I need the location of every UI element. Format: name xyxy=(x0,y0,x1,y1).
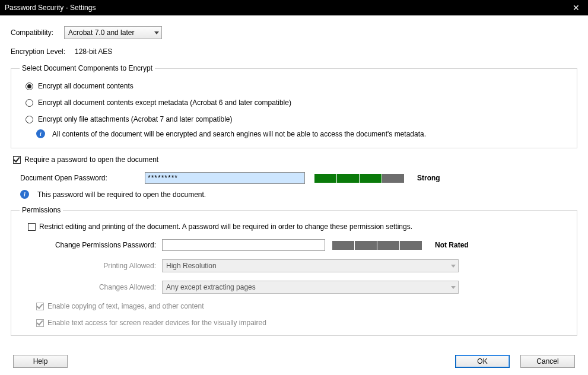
printing-label: Printing Allowed: xyxy=(43,262,162,270)
copy-row: Enable copying of text, images, and othe… xyxy=(36,302,568,310)
info-icon: i xyxy=(20,190,29,199)
access-checkbox xyxy=(36,319,44,327)
require-open-row: Require a password to open the document xyxy=(13,155,577,164)
chevron-down-icon xyxy=(451,286,456,289)
open-password-meter xyxy=(314,174,404,183)
changes-row: Changes Allowed: Any except extracting p… xyxy=(43,281,568,294)
encrypt-opt1-label: Encrypt all document contents xyxy=(38,82,134,90)
meter-seg xyxy=(382,174,404,183)
open-password-label: Document Open Password: xyxy=(20,174,145,182)
footer-right: OK Cancel xyxy=(455,355,575,368)
changes-value: Any except extracting pages xyxy=(166,283,256,291)
change-pw-input[interactable] xyxy=(162,239,325,251)
encrypt-group: Select Document Components to Encrypt En… xyxy=(11,64,577,148)
restrict-checkbox[interactable] xyxy=(28,223,36,231)
chevron-down-icon xyxy=(451,265,456,268)
encrypt-opt3-radio[interactable] xyxy=(26,116,33,123)
meter-seg xyxy=(337,174,359,183)
open-password-input[interactable] xyxy=(145,172,305,184)
printing-row: Printing Allowed: High Resolution xyxy=(43,259,568,272)
ok-button[interactable]: OK xyxy=(455,355,510,368)
meter-seg xyxy=(314,174,336,183)
open-password-info-text: This password will be required to open t… xyxy=(37,190,206,199)
access-label: Enable text access for screen reader dev… xyxy=(47,319,266,327)
compatibility-label: Compatibility: xyxy=(11,28,64,37)
encrypt-legend: Select Document Components to Encrypt xyxy=(20,64,155,72)
encrypt-opt3-label: Encrypt only file attachments (Acrobat 7… xyxy=(38,115,233,123)
dialog-body: Compatibility: Acrobat 7.0 and later Enc… xyxy=(0,15,588,375)
printing-select: High Resolution xyxy=(162,259,459,272)
window-title: Password Security - Settings xyxy=(5,4,96,12)
change-pw-label: Change Permissions Password: xyxy=(43,241,162,249)
cancel-button[interactable]: Cancel xyxy=(520,355,575,368)
compatibility-row: Compatibility: Acrobat 7.0 and later xyxy=(11,26,577,39)
chevron-down-icon xyxy=(154,31,159,34)
encrypt-opt1-radio[interactable] xyxy=(26,82,33,90)
meter-seg xyxy=(400,241,422,250)
compatibility-select[interactable]: Acrobat 7.0 and later xyxy=(64,26,162,39)
encryption-row: Encryption Level: 128-bit AES xyxy=(11,47,577,56)
copy-label: Enable copying of text, images, and othe… xyxy=(47,302,204,310)
permissions-group: Permissions Restrict editing and printin… xyxy=(11,206,577,336)
encrypt-opt2-label: Encrypt all document contents except met… xyxy=(38,98,291,107)
encrypt-opt1-row: Encrypt all document contents xyxy=(26,82,568,90)
access-row: Enable text access for screen reader dev… xyxy=(36,319,568,327)
require-open-checkbox[interactable] xyxy=(13,156,21,164)
changes-label: Changes Allowed: xyxy=(43,283,162,291)
titlebar: Password Security - Settings ✕ xyxy=(0,0,588,15)
meter-seg xyxy=(377,241,399,250)
open-password-section: Require a password to open the document … xyxy=(13,155,577,199)
change-pw-meter xyxy=(332,241,422,250)
encrypt-info-text: All contents of the document will be enc… xyxy=(52,130,426,138)
encrypt-opt2-radio[interactable] xyxy=(26,99,33,107)
meter-seg xyxy=(360,174,382,183)
footer: Help OK Cancel xyxy=(0,355,588,368)
permissions-legend: Permissions xyxy=(20,206,63,214)
encrypt-info-row: i All contents of the document will be e… xyxy=(36,129,568,138)
compatibility-value: Acrobat 7.0 and later xyxy=(68,28,134,37)
meter-seg xyxy=(332,241,354,250)
open-password-strength: Strong xyxy=(417,174,440,182)
open-password-row: Document Open Password: Strong xyxy=(20,172,577,184)
encryption-value: 128-bit AES xyxy=(75,47,112,56)
changes-select: Any except extracting pages xyxy=(162,281,459,294)
restrict-row: Restrict editing and printing of the doc… xyxy=(28,223,568,231)
require-open-label: Require a password to open the document xyxy=(24,155,158,164)
copy-checkbox xyxy=(36,303,44,310)
info-icon: i xyxy=(36,129,45,138)
encrypt-opt3-row: Encrypt only file attachments (Acrobat 7… xyxy=(26,115,568,123)
change-pw-strength: Not Rated xyxy=(435,241,469,249)
meter-seg xyxy=(355,241,377,250)
close-icon[interactable]: ✕ xyxy=(569,3,583,12)
printing-value: High Resolution xyxy=(166,262,217,270)
help-button[interactable]: Help xyxy=(13,355,68,368)
encryption-label: Encryption Level: xyxy=(11,47,75,56)
change-pw-row: Change Permissions Password: Not Rated xyxy=(43,239,568,251)
restrict-label: Restrict editing and printing of the doc… xyxy=(39,223,412,231)
open-password-info-row: i This password will be required to open… xyxy=(20,190,577,199)
encrypt-opt2-row: Encrypt all document contents except met… xyxy=(26,98,568,107)
